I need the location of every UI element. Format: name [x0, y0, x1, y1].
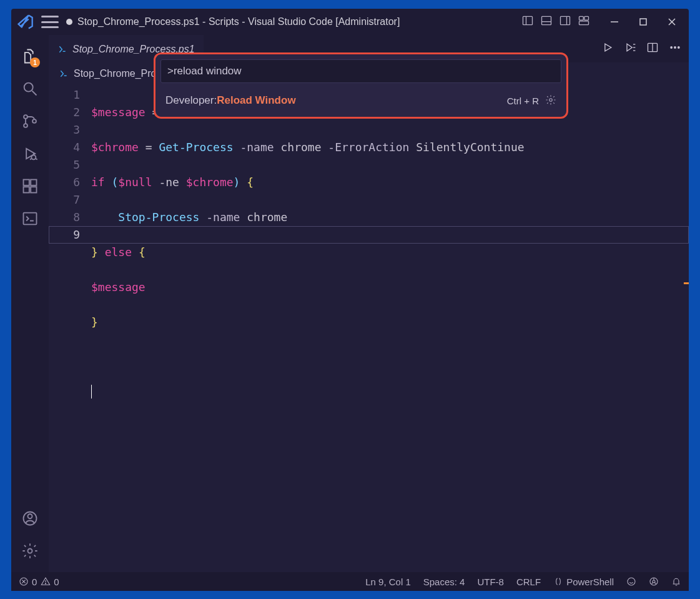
terminal-icon[interactable] [16, 202, 44, 235]
line-gutter: 1 2 3 4 5 6 7 8 9 [49, 85, 91, 572]
svg-line-21 [36, 159, 37, 159]
search-icon[interactable] [16, 72, 44, 105]
gear-icon[interactable] [543, 94, 556, 107]
toggle-secondary-sidebar-icon[interactable] [559, 14, 571, 29]
svg-point-36 [674, 47, 676, 49]
activity-bar: 1 [11, 35, 49, 572]
settings-gear-icon[interactable] [16, 535, 44, 567]
more-actions-button[interactable] [669, 41, 681, 56]
svg-point-16 [24, 124, 27, 127]
menu-button[interactable] [41, 16, 59, 28]
status-bar: 0 0 Ln 9, Col 1 Spaces: 4 UTF-8 CRLF Pow… [11, 572, 689, 591]
svg-line-14 [32, 91, 37, 96]
svg-line-20 [30, 159, 31, 159]
status-indentation[interactable]: Spaces: 4 [423, 577, 465, 587]
vscode-window: Stop_Chrome_Process.ps1 - Scripts - Visu… [11, 9, 689, 591]
explorer-icon[interactable]: 1 [16, 40, 44, 72]
maximize-button[interactable] [629, 11, 658, 32]
status-ports-icon[interactable] [649, 577, 659, 587]
status-encoding[interactable]: UTF-8 [477, 577, 504, 587]
code-content[interactable]: $message = "Chrome is not running" $chro… [91, 85, 689, 572]
status-language[interactable]: PowerShell [553, 577, 614, 587]
toggle-sidebar-icon[interactable] [521, 14, 534, 29]
status-warnings[interactable]: 0 [41, 577, 59, 587]
powershell-file-icon [59, 69, 69, 79]
layout-controls [521, 14, 590, 29]
status-cursor-position[interactable]: Ln 9, Col 1 [365, 577, 411, 587]
powershell-file-icon [57, 44, 67, 54]
vscode-logo-icon [16, 13, 34, 31]
svg-rect-6 [579, 16, 584, 20]
customize-layout-icon[interactable] [578, 14, 590, 29]
window-title: Stop_Chrome_Process.ps1 - Scripts - Visu… [77, 16, 400, 27]
source-control-icon[interactable] [16, 105, 44, 137]
command-palette-result[interactable]: Developer: Reload Window Ctrl + R [160, 89, 561, 112]
svg-point-35 [671, 47, 673, 49]
minimize-button[interactable] [600, 11, 629, 32]
svg-point-49 [550, 98, 553, 101]
svg-rect-10 [640, 19, 646, 25]
status-errors[interactable]: 0 [19, 577, 37, 587]
run-button[interactable] [601, 41, 614, 56]
svg-rect-23 [24, 187, 29, 192]
svg-rect-25 [31, 180, 36, 186]
command-palette: Developer: Reload Window Ctrl + R [154, 52, 568, 119]
svg-rect-24 [31, 187, 36, 192]
code-editor[interactable]: 1 2 3 4 5 6 7 8 9 $message = "Chrome is … [49, 85, 689, 572]
svg-point-43 [628, 578, 635, 585]
accounts-icon[interactable] [16, 502, 44, 535]
svg-point-28 [28, 514, 32, 518]
status-eol[interactable]: CRLF [516, 577, 541, 587]
svg-rect-4 [561, 16, 570, 24]
svg-point-17 [32, 119, 36, 123]
close-button[interactable] [658, 11, 686, 32]
run-debug-icon[interactable] [16, 137, 44, 170]
svg-rect-7 [584, 16, 589, 20]
svg-rect-22 [24, 180, 29, 186]
svg-rect-2 [542, 16, 551, 24]
status-notifications-icon[interactable] [671, 577, 681, 587]
extensions-icon[interactable] [16, 170, 44, 202]
svg-point-29 [28, 549, 32, 553]
split-editor-button[interactable] [646, 41, 659, 56]
status-feedback-icon[interactable] [626, 577, 636, 587]
command-palette-input[interactable] [160, 59, 561, 83]
svg-point-37 [678, 47, 680, 49]
toggle-panel-icon[interactable] [540, 14, 553, 29]
unsaved-indicator-icon [66, 19, 72, 25]
svg-point-15 [24, 115, 27, 119]
command-shortcut: Ctrl + R [507, 94, 556, 107]
explorer-badge: 1 [30, 57, 40, 67]
svg-line-47 [654, 582, 656, 584]
svg-rect-26 [24, 213, 37, 225]
svg-line-48 [652, 582, 653, 584]
svg-point-13 [24, 83, 33, 92]
svg-rect-8 [579, 21, 589, 25]
run-selection-button[interactable] [624, 41, 636, 56]
svg-point-42 [46, 583, 46, 584]
titlebar: Stop_Chrome_Process.ps1 - Scripts - Visu… [11, 9, 689, 35]
svg-rect-0 [523, 16, 533, 24]
svg-point-18 [31, 155, 36, 159]
minimap-indicator [684, 282, 689, 284]
